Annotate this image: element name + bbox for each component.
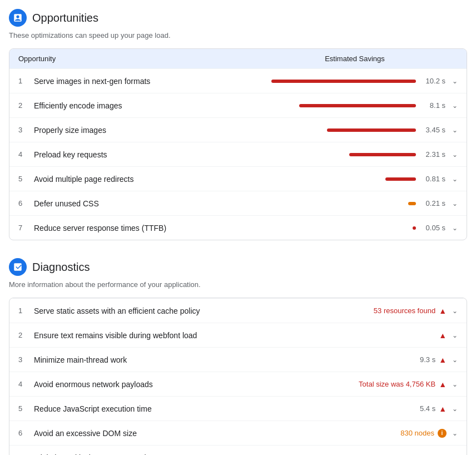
header-opportunity: Opportunity — [18, 55, 252, 63]
chevron-icon[interactable]: ⌄ — [452, 224, 458, 232]
row-label: Serve images in next-gen formats — [29, 77, 252, 86]
diag-row[interactable]: 7 Minimize Critical Requests Depth 2 cha… — [9, 445, 467, 455]
row-savings: 0.81 s ⌄ — [252, 175, 458, 183]
diagnostics-table: 1 Serve static assets with an efficient … — [9, 298, 467, 455]
row-num: 1 — [18, 77, 29, 85]
row-label: Reduce server response times (TTFB) — [29, 224, 252, 233]
opportunities-subtitle: These optimizations can speed up your pa… — [9, 31, 467, 39]
table-header-row: Opportunity Estimated Savings — [9, 49, 467, 68]
row-savings: 2.31 s ⌄ — [252, 150, 458, 159]
diagnostics-subtitle: More information about the performance o… — [9, 280, 467, 289]
chevron-icon[interactable]: ⌄ — [452, 151, 458, 159]
chevron-icon[interactable]: ⌄ — [452, 200, 458, 207]
opportunities-section: Opportunities These optimizations can sp… — [9, 9, 467, 240]
row-value: 5.4 s ▲ ⌄ — [420, 404, 458, 413]
row-num: 6 — [18, 199, 29, 207]
table-row[interactable]: 6 Defer unused CSS 0.21 s ⌄ — [9, 191, 467, 215]
header-savings: Estimated Savings — [252, 55, 458, 63]
row-num: 4 — [18, 380, 29, 388]
row-savings: 10.2 s ⌄ — [252, 77, 458, 85]
row-value: ▲ ⌄ — [439, 331, 458, 340]
row-num: 5 — [18, 175, 29, 183]
savings-value: 0.05 s — [420, 224, 445, 232]
chevron-icon[interactable]: ⌄ — [452, 102, 458, 110]
row-num: 4 — [18, 150, 29, 159]
table-row[interactable]: 5 Avoid multiple page redirects 0.81 s ⌄ — [9, 166, 467, 191]
savings-value: 8.1 s — [420, 101, 445, 110]
row-label: Serve static assets with an efficient ca… — [29, 306, 374, 315]
savings-value: 3.45 s — [420, 126, 445, 134]
row-num: 2 — [18, 101, 29, 110]
savings-value: 10.2 s — [420, 77, 445, 85]
row-label: Avoid multiple page redirects — [29, 175, 252, 184]
diag-row[interactable]: 3 Minimize main-thread work 9.3 s ▲ ⌄ — [9, 347, 467, 372]
diag-row[interactable]: 4 Avoid enormous network payloads Total … — [9, 372, 467, 396]
row-label: Reduce JavaScript execution time — [29, 404, 420, 413]
row-num: 2 — [18, 331, 29, 339]
diagnostics-title: Diagnostics — [32, 261, 90, 274]
chevron-icon[interactable]: ⌄ — [452, 307, 458, 315]
row-savings: 8.1 s ⌄ — [252, 101, 458, 110]
row-savings: 3.45 s ⌄ — [252, 126, 458, 134]
diag-row[interactable]: 2 Ensure text remains visible during web… — [9, 323, 467, 347]
row-label: Defer unused CSS — [29, 199, 252, 208]
row-label: Avoid enormous network payloads — [29, 380, 359, 389]
value-text: 53 resources found — [374, 306, 435, 315]
row-num: 5 — [18, 404, 29, 413]
chevron-icon[interactable]: ⌄ — [452, 126, 458, 134]
row-value: 9.3 s ▲ ⌄ — [420, 355, 458, 364]
row-label: Minimize main-thread work — [29, 355, 420, 364]
row-value: 830 nodes i ⌄ — [400, 429, 458, 438]
table-row[interactable]: 7 Reduce server response times (TTFB) 0.… — [9, 215, 467, 240]
value-text: Total size was 4,756 KB — [359, 380, 435, 388]
value-text: 830 nodes — [400, 429, 434, 437]
opportunities-header: Opportunities — [9, 9, 467, 27]
diag-row[interactable]: 6 Avoid an excessive DOM size 830 nodes … — [9, 421, 467, 445]
chevron-icon[interactable]: ⌄ — [452, 380, 458, 388]
savings-value: 2.31 s — [420, 150, 445, 159]
row-label: Properly size images — [29, 126, 252, 135]
table-row[interactable]: 2 Efficiently encode images 8.1 s ⌄ — [9, 93, 467, 117]
diagnostics-section: Diagnostics More information about the p… — [9, 258, 467, 455]
row-num: 6 — [18, 429, 29, 437]
chevron-icon[interactable]: ⌄ — [452, 332, 458, 339]
savings-value: 0.81 s — [420, 175, 445, 183]
warning-icon: ▲ — [439, 404, 447, 413]
warning-icon: ▲ — [439, 380, 447, 389]
opportunities-title: Opportunities — [32, 12, 98, 24]
opportunities-table: Opportunity Estimated Savings 1 Serve im… — [9, 48, 467, 240]
table-row[interactable]: 3 Properly size images 3.45 s ⌄ — [9, 117, 467, 142]
row-label: Avoid an excessive DOM size — [29, 429, 400, 438]
row-label: Minimize Critical Requests Depth — [29, 453, 399, 456]
savings-value: 0.21 s — [420, 199, 445, 207]
row-num: 7 — [18, 224, 29, 232]
chevron-icon[interactable]: ⌄ — [452, 175, 458, 183]
row-value: Total size was 4,756 KB ▲ ⌄ — [359, 380, 458, 389]
row-label: Preload key requests — [29, 150, 252, 159]
row-savings: 0.21 s ⌄ — [252, 199, 458, 207]
warning-icon: ▲ — [439, 331, 447, 340]
diagnostics-icon — [9, 258, 27, 276]
row-savings: 0.05 s ⌄ — [252, 224, 458, 232]
diag-row[interactable]: 1 Serve static assets with an efficient … — [9, 298, 467, 323]
opportunities-icon — [9, 9, 27, 27]
chevron-icon[interactable]: ⌄ — [452, 77, 458, 85]
row-value: 53 resources found ▲ ⌄ — [374, 306, 458, 315]
row-num: 3 — [18, 126, 29, 134]
diagnostics-header: Diagnostics — [9, 258, 467, 276]
chevron-icon[interactable]: ⌄ — [452, 429, 458, 437]
info-icon[interactable]: i — [438, 429, 447, 438]
row-num: 1 — [18, 306, 29, 315]
value-text: 5.4 s — [420, 404, 435, 413]
chevron-icon[interactable]: ⌄ — [452, 405, 458, 413]
row-label: Ensure text remains visible during webfo… — [29, 331, 439, 340]
warning-icon: ▲ — [439, 306, 447, 315]
diag-row[interactable]: 5 Reduce JavaScript execution time 5.4 s… — [9, 396, 467, 421]
warning-icon: ▲ — [439, 355, 447, 364]
table-row[interactable]: 1 Serve images in next-gen formats 10.2 … — [9, 68, 467, 93]
row-label: Efficiently encode images — [29, 101, 252, 110]
row-num: 3 — [18, 355, 29, 364]
chevron-icon[interactable]: ⌄ — [452, 356, 458, 364]
value-text: 9.3 s — [420, 355, 435, 364]
table-row[interactable]: 4 Preload key requests 2.31 s ⌄ — [9, 142, 467, 166]
